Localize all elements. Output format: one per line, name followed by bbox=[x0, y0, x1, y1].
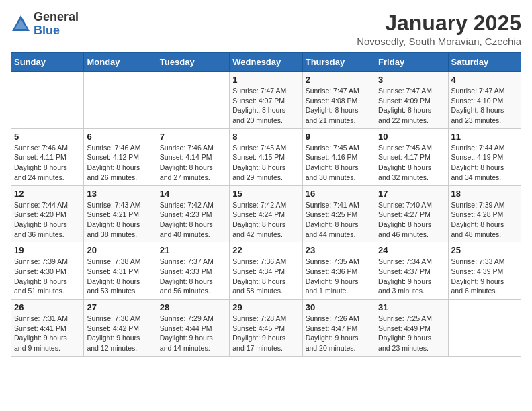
week-row-5: 26Sunrise: 7:31 AM Sunset: 4:41 PM Dayli… bbox=[11, 300, 521, 357]
day-info: Sunrise: 7:47 AM Sunset: 4:09 PM Dayligh… bbox=[378, 86, 445, 126]
day-info: Sunrise: 7:28 AM Sunset: 4:45 PM Dayligh… bbox=[232, 314, 299, 353]
day-number: 30 bbox=[306, 302, 372, 312]
week-row-2: 5Sunrise: 7:46 AM Sunset: 4:11 PM Daylig… bbox=[11, 128, 521, 185]
day-number: 26 bbox=[14, 302, 81, 312]
day-number: 13 bbox=[87, 189, 153, 199]
calendar-cell: 10Sunrise: 7:45 AM Sunset: 4:17 PM Dayli… bbox=[375, 128, 448, 185]
day-number: 16 bbox=[306, 189, 372, 199]
day-number: 31 bbox=[378, 302, 445, 312]
day-info: Sunrise: 7:46 AM Sunset: 4:14 PM Dayligh… bbox=[160, 143, 226, 183]
calendar-subtitle: Novosedly, South Moravian, Czechia bbox=[357, 36, 521, 47]
day-info: Sunrise: 7:35 AM Sunset: 4:36 PM Dayligh… bbox=[306, 257, 372, 296]
day-info: Sunrise: 7:47 AM Sunset: 4:08 PM Dayligh… bbox=[306, 86, 372, 126]
calendar-cell: 13Sunrise: 7:43 AM Sunset: 4:21 PM Dayli… bbox=[84, 185, 157, 242]
day-number: 19 bbox=[14, 245, 81, 255]
day-info: Sunrise: 7:37 AM Sunset: 4:33 PM Dayligh… bbox=[160, 257, 226, 296]
day-info: Sunrise: 7:46 AM Sunset: 4:11 PM Dayligh… bbox=[14, 143, 81, 183]
calendar-cell: 24Sunrise: 7:34 AM Sunset: 4:37 PM Dayli… bbox=[375, 242, 448, 300]
calendar-cell: 15Sunrise: 7:42 AM Sunset: 4:24 PM Dayli… bbox=[230, 185, 302, 242]
header-friday: Friday bbox=[375, 53, 448, 72]
calendar-cell: 22Sunrise: 7:36 AM Sunset: 4:34 PM Dayli… bbox=[230, 242, 302, 300]
day-info: Sunrise: 7:45 AM Sunset: 4:16 PM Dayligh… bbox=[306, 143, 372, 183]
day-number: 5 bbox=[14, 132, 81, 142]
calendar-cell: 19Sunrise: 7:39 AM Sunset: 4:30 PM Dayli… bbox=[11, 242, 84, 300]
day-info: Sunrise: 7:47 AM Sunset: 4:10 PM Dayligh… bbox=[451, 86, 518, 126]
calendar-cell: 30Sunrise: 7:26 AM Sunset: 4:47 PM Dayli… bbox=[302, 300, 375, 357]
calendar-cell: 6Sunrise: 7:46 AM Sunset: 4:12 PM Daylig… bbox=[84, 128, 157, 185]
title-block: January 2025 Novosedly, South Moravian, … bbox=[357, 11, 521, 47]
day-number: 28 bbox=[160, 302, 226, 312]
day-info: Sunrise: 7:40 AM Sunset: 4:27 PM Dayligh… bbox=[378, 200, 445, 240]
calendar-cell: 3Sunrise: 7:47 AM Sunset: 4:09 PM Daylig… bbox=[375, 72, 448, 129]
calendar-cell: 18Sunrise: 7:39 AM Sunset: 4:28 PM Dayli… bbox=[448, 185, 521, 242]
day-info: Sunrise: 7:38 AM Sunset: 4:31 PM Dayligh… bbox=[87, 257, 153, 296]
header-monday: Monday bbox=[84, 53, 157, 72]
calendar-cell: 7Sunrise: 7:46 AM Sunset: 4:14 PM Daylig… bbox=[157, 128, 229, 185]
calendar-cell: 23Sunrise: 7:35 AM Sunset: 4:36 PM Dayli… bbox=[302, 242, 375, 300]
day-number: 25 bbox=[451, 245, 518, 255]
day-info: Sunrise: 7:31 AM Sunset: 4:41 PM Dayligh… bbox=[14, 314, 81, 353]
day-number: 6 bbox=[87, 132, 153, 142]
header-saturday: Saturday bbox=[448, 53, 521, 72]
calendar-cell bbox=[157, 72, 229, 129]
day-info: Sunrise: 7:44 AM Sunset: 4:19 PM Dayligh… bbox=[451, 143, 518, 183]
day-info: Sunrise: 7:45 AM Sunset: 4:15 PM Dayligh… bbox=[232, 143, 299, 183]
day-number: 7 bbox=[160, 132, 226, 142]
day-info: Sunrise: 7:33 AM Sunset: 4:39 PM Dayligh… bbox=[451, 257, 518, 296]
day-number: 21 bbox=[160, 245, 226, 255]
day-number: 3 bbox=[378, 75, 445, 85]
day-info: Sunrise: 7:46 AM Sunset: 4:12 PM Dayligh… bbox=[87, 143, 153, 183]
logo-blue-text: Blue bbox=[34, 24, 79, 38]
day-number: 23 bbox=[306, 245, 372, 255]
day-number: 9 bbox=[306, 132, 372, 142]
calendar-cell: 11Sunrise: 7:44 AM Sunset: 4:19 PM Dayli… bbox=[448, 128, 521, 185]
header-wednesday: Wednesday bbox=[230, 53, 302, 72]
day-number: 10 bbox=[378, 132, 445, 142]
logo-icon bbox=[11, 14, 31, 34]
calendar-cell: 4Sunrise: 7:47 AM Sunset: 4:10 PM Daylig… bbox=[448, 72, 521, 129]
day-info: Sunrise: 7:45 AM Sunset: 4:17 PM Dayligh… bbox=[378, 143, 445, 183]
calendar-header-row: SundayMondayTuesdayWednesdayThursdayFrid… bbox=[11, 53, 521, 72]
day-number: 22 bbox=[232, 245, 299, 255]
calendar-cell bbox=[11, 72, 84, 129]
header-tuesday: Tuesday bbox=[157, 53, 229, 72]
calendar-title: January 2025 bbox=[357, 11, 521, 36]
day-info: Sunrise: 7:34 AM Sunset: 4:37 PM Dayligh… bbox=[378, 257, 445, 296]
calendar-cell: 28Sunrise: 7:29 AM Sunset: 4:44 PM Dayli… bbox=[157, 300, 229, 357]
day-info: Sunrise: 7:42 AM Sunset: 4:23 PM Dayligh… bbox=[160, 200, 226, 240]
calendar-cell: 14Sunrise: 7:42 AM Sunset: 4:23 PM Dayli… bbox=[157, 185, 229, 242]
day-number: 1 bbox=[232, 75, 299, 85]
calendar-cell: 20Sunrise: 7:38 AM Sunset: 4:31 PM Dayli… bbox=[84, 242, 157, 300]
calendar-cell: 5Sunrise: 7:46 AM Sunset: 4:11 PM Daylig… bbox=[11, 128, 84, 185]
day-info: Sunrise: 7:44 AM Sunset: 4:20 PM Dayligh… bbox=[14, 200, 81, 240]
calendar-cell: 1Sunrise: 7:47 AM Sunset: 4:07 PM Daylig… bbox=[230, 72, 302, 129]
logo: General Blue bbox=[11, 11, 79, 38]
calendar-cell: 27Sunrise: 7:30 AM Sunset: 4:42 PM Dayli… bbox=[84, 300, 157, 357]
calendar-cell: 29Sunrise: 7:28 AM Sunset: 4:45 PM Dayli… bbox=[230, 300, 302, 357]
day-number: 24 bbox=[378, 245, 445, 255]
calendar-cell bbox=[84, 72, 157, 129]
calendar-cell: 17Sunrise: 7:40 AM Sunset: 4:27 PM Dayli… bbox=[375, 185, 448, 242]
day-number: 11 bbox=[451, 132, 518, 142]
day-info: Sunrise: 7:30 AM Sunset: 4:42 PM Dayligh… bbox=[87, 314, 153, 353]
day-info: Sunrise: 7:47 AM Sunset: 4:07 PM Dayligh… bbox=[232, 86, 299, 126]
day-number: 8 bbox=[232, 132, 299, 142]
day-info: Sunrise: 7:25 AM Sunset: 4:49 PM Dayligh… bbox=[378, 314, 445, 353]
calendar-cell: 8Sunrise: 7:45 AM Sunset: 4:15 PM Daylig… bbox=[230, 128, 302, 185]
week-row-3: 12Sunrise: 7:44 AM Sunset: 4:20 PM Dayli… bbox=[11, 185, 521, 242]
day-info: Sunrise: 7:29 AM Sunset: 4:44 PM Dayligh… bbox=[160, 314, 226, 353]
day-info: Sunrise: 7:39 AM Sunset: 4:28 PM Dayligh… bbox=[451, 200, 518, 240]
page-header: General Blue January 2025 Novosedly, Sou… bbox=[11, 11, 521, 47]
logo-general-text: General bbox=[34, 11, 79, 24]
day-number: 4 bbox=[451, 75, 518, 85]
day-info: Sunrise: 7:26 AM Sunset: 4:47 PM Dayligh… bbox=[306, 314, 372, 353]
calendar-cell: 12Sunrise: 7:44 AM Sunset: 4:20 PM Dayli… bbox=[11, 185, 84, 242]
calendar-cell: 9Sunrise: 7:45 AM Sunset: 4:16 PM Daylig… bbox=[302, 128, 375, 185]
day-info: Sunrise: 7:42 AM Sunset: 4:24 PM Dayligh… bbox=[232, 200, 299, 240]
day-number: 15 bbox=[232, 189, 299, 199]
calendar-cell bbox=[448, 300, 521, 357]
calendar-cell: 31Sunrise: 7:25 AM Sunset: 4:49 PM Dayli… bbox=[375, 300, 448, 357]
day-number: 17 bbox=[378, 189, 445, 199]
calendar-cell: 26Sunrise: 7:31 AM Sunset: 4:41 PM Dayli… bbox=[11, 300, 84, 357]
day-info: Sunrise: 7:36 AM Sunset: 4:34 PM Dayligh… bbox=[232, 257, 299, 296]
